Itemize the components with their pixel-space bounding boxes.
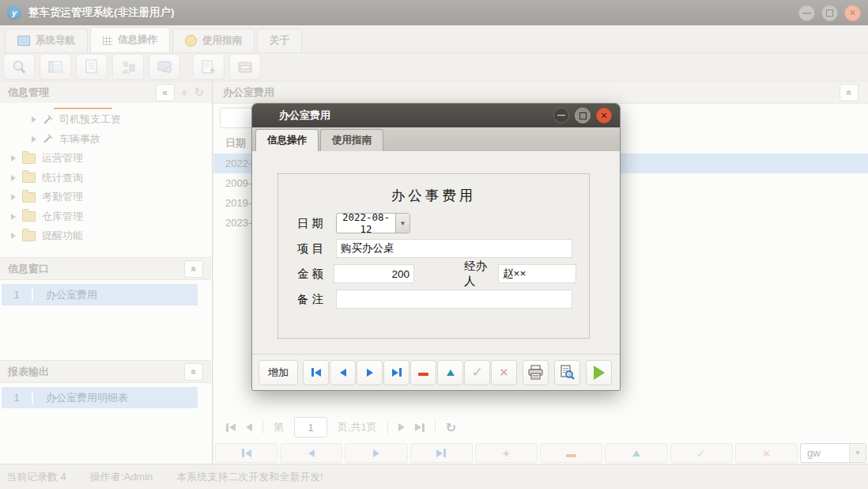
next-record-button[interactable]	[345, 443, 407, 463]
edit-record-button[interactable]	[605, 443, 667, 463]
table-select-dropdown[interactable]: gw ▼	[800, 443, 866, 463]
ribbon-tabbar: 系统导航 信息操作 使用指南 关于	[0, 25, 868, 53]
maximize-icon[interactable]	[821, 5, 838, 21]
add-icon[interactable]: +	[181, 85, 188, 99]
confirm-button[interactable]: ✓	[464, 360, 490, 385]
window-icon	[17, 36, 30, 46]
first-record-button[interactable]	[215, 443, 277, 463]
expand-arrow-icon[interactable]	[11, 194, 16, 200]
prev-page-icon[interactable]	[246, 423, 252, 431]
print-button[interactable]	[523, 360, 549, 385]
monitor-icon	[157, 60, 172, 74]
first-record-button[interactable]	[303, 360, 329, 385]
list-item-office-expense-report[interactable]: 1 办公室费用明细表	[2, 387, 198, 408]
dialog-tab-info-operation[interactable]: 信息操作	[255, 129, 319, 151]
window-controls: — ✕	[798, 5, 861, 21]
expand-arrow-icon[interactable]	[11, 175, 16, 181]
note-field[interactable]	[336, 290, 572, 309]
search-button[interactable]	[3, 54, 35, 80]
cancel-button[interactable]: ×	[491, 360, 517, 385]
main-panel-header: 办公室费用 «	[213, 81, 868, 104]
handler-field[interactable]	[498, 264, 576, 283]
user-chart-button[interactable]	[112, 54, 144, 80]
document-button[interactable]	[76, 54, 108, 80]
chevron-down-icon: ▼	[849, 444, 866, 462]
print-preview-button[interactable]	[554, 360, 580, 385]
delete-record-button[interactable]	[540, 443, 602, 463]
collapse-up-icon[interactable]: «	[184, 363, 203, 381]
monitor-button[interactable]	[149, 54, 180, 80]
dialog-title: 办公室费用	[279, 108, 330, 123]
dialog-titlebar: 办公室费用 — ✕	[252, 104, 620, 127]
expand-arrow-icon[interactable]	[32, 136, 36, 142]
next-record-button[interactable]	[357, 360, 383, 385]
table-view-icon	[47, 60, 63, 74]
edit-record-button[interactable]	[437, 360, 463, 385]
run-button[interactable]	[586, 360, 612, 385]
first-page-icon[interactable]	[226, 423, 236, 432]
pagination-bar: 第 页,共1页 ↻	[213, 415, 868, 439]
doc-add-button[interactable]	[193, 54, 225, 80]
prev-record-button[interactable]	[280, 443, 342, 463]
office-expense-dialog: 办公室费用 — ✕ 信息操作 使用指南 办公事费用 日 期 2022-08-12…	[251, 103, 621, 391]
info-window-section: 信息窗口 « 1 办公室费用	[0, 257, 211, 305]
dialog-maximize-icon[interactable]	[575, 108, 591, 123]
dialog-tabbar: 信息操作 使用指南	[252, 127, 620, 151]
delete-record-button[interactable]	[410, 360, 436, 385]
status-message: 本系统支持二次开发和全新开发!	[176, 470, 323, 484]
table-view-button[interactable]	[40, 54, 71, 80]
next-page-icon[interactable]	[398, 423, 405, 431]
dialog-tab-user-guide[interactable]: 使用指南	[320, 129, 383, 151]
print-icon	[527, 365, 544, 380]
expand-arrow-icon[interactable]	[11, 214, 16, 220]
last-page-icon[interactable]	[415, 423, 425, 432]
last-record-button[interactable]	[410, 443, 473, 463]
folder-icon	[22, 172, 36, 183]
refresh-icon[interactable]: ↻	[446, 420, 456, 435]
tree-item-driver-advance[interactable]: 司机预支工资	[0, 110, 211, 130]
tree-item-attendance-mgmt[interactable]: 考勤管理	[0, 188, 211, 207]
tab-system-nav[interactable]: 系统导航	[5, 28, 88, 52]
tree-item-vehicle-accident[interactable]: 车辆事故	[0, 130, 211, 150]
tree-item-statistics-query[interactable]: 统计查询	[0, 169, 211, 188]
collapse-left-icon[interactable]: «	[156, 84, 175, 101]
refresh-icon[interactable]: ↻	[194, 85, 204, 100]
record-count-label: 当前记录数 4	[6, 470, 66, 484]
collapse-up-icon[interactable]: «	[840, 84, 859, 101]
expand-arrow-icon[interactable]	[11, 233, 16, 239]
tree-item-operation-mgmt[interactable]: 运营管理	[0, 149, 211, 169]
archive-button[interactable]	[229, 54, 261, 80]
add-record-button[interactable]: +	[475, 443, 538, 463]
folder-icon	[22, 154, 36, 164]
confirm-button[interactable]: ✓	[670, 443, 733, 463]
tree-item-reminder[interactable]: 提醒功能	[0, 226, 211, 246]
minimize-icon[interactable]: —	[798, 5, 815, 21]
user-chart-icon	[120, 60, 136, 74]
close-icon[interactable]: ✕	[844, 5, 861, 21]
cancel-button[interactable]: ×	[735, 443, 798, 463]
collapse-up-icon[interactable]: «	[184, 260, 203, 278]
date-dropdown[interactable]: 2022-08-12 ▼	[336, 213, 410, 233]
info-window-header: 信息窗口 «	[0, 257, 211, 280]
amount-field[interactable]	[334, 264, 414, 283]
add-button[interactable]: 增加	[259, 360, 298, 385]
doc-add-icon	[202, 59, 216, 74]
last-record-button[interactable]	[383, 360, 409, 385]
prev-record-button[interactable]	[330, 360, 356, 385]
expand-arrow-icon[interactable]	[32, 116, 36, 123]
archive-icon	[237, 61, 253, 74]
record-nav-bar: + ✓ × gw ▼	[215, 443, 866, 463]
item-field[interactable]	[336, 239, 572, 258]
expand-arrow-icon[interactable]	[11, 155, 16, 161]
dialog-close-icon[interactable]: ✕	[596, 108, 612, 123]
tab-user-guide[interactable]: 使用指南	[172, 28, 255, 52]
tree-item-warehouse-mgmt[interactable]: 仓库管理	[0, 207, 211, 227]
list-item-office-expense[interactable]: 1 办公室费用	[2, 284, 198, 305]
tab-about[interactable]: 关于	[257, 28, 302, 52]
dialog-minimize-icon[interactable]: —	[553, 108, 569, 123]
page-number-input[interactable]	[294, 417, 327, 438]
note-label: 备 注	[297, 292, 336, 307]
status-bar: 当前记录数 4 操作者:Admin 本系统支持二次开发和全新开发!	[0, 464, 868, 489]
tab-info-operation[interactable]: 信息操作	[90, 27, 170, 52]
info-tree: 司机预支工资 车辆事故 运营管理 统计查询 考勤管理	[0, 103, 211, 256]
